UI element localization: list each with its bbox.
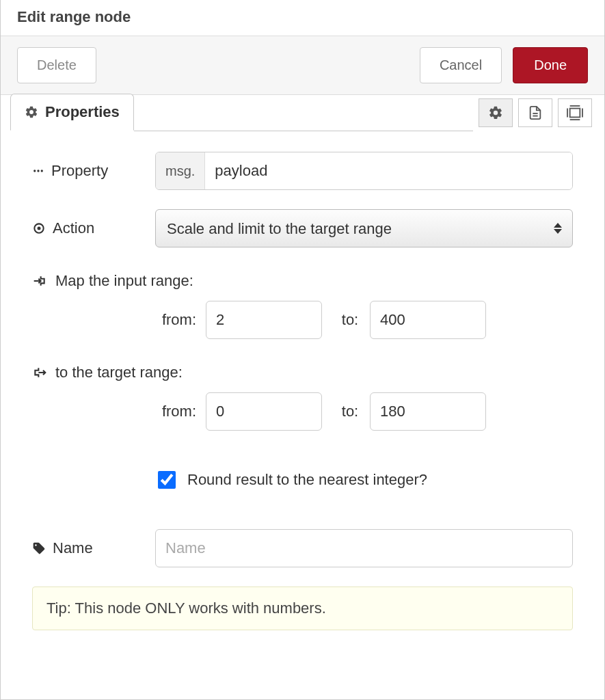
svg-point-11 — [38, 227, 41, 230]
settings-tab-button[interactable] — [479, 98, 513, 127]
input-to-label: to: — [340, 311, 360, 329]
target-range-section: to the target range: — [32, 364, 573, 381]
action-select[interactable]: Scale and limit to the target range — [155, 209, 573, 247]
name-input[interactable] — [155, 529, 573, 567]
input-range-row: from: to: — [155, 301, 573, 339]
target-range-row: from: to: — [155, 392, 573, 431]
input-from-field[interactable] — [206, 301, 322, 339]
panel-title: Edit range node — [17, 8, 588, 26]
property-row: Property msg. — [32, 152, 573, 190]
delete-button[interactable]: Delete — [17, 47, 96, 83]
edit-node-panel: Edit range node Delete Cancel Done Prope… — [0, 0, 605, 700]
name-label-text: Name — [53, 539, 93, 557]
property-input[interactable] — [205, 152, 572, 189]
arrow-in-icon — [32, 274, 47, 288]
round-label[interactable]: Round result to the nearest integer? — [187, 471, 427, 489]
input-to-field[interactable] — [370, 301, 486, 339]
name-row: Name — [32, 529, 573, 567]
svg-rect-2 — [570, 109, 580, 118]
target-to-label: to: — [340, 403, 360, 420]
name-label: Name — [32, 539, 155, 557]
action-label-text: Action — [53, 219, 94, 237]
gear-icon — [488, 105, 503, 120]
property-label-text: Property — [51, 162, 108, 180]
round-row: Round result to the nearest integer? — [155, 469, 573, 491]
property-label: Property — [32, 162, 155, 180]
document-icon — [528, 105, 543, 120]
tab-properties[interactable]: Properties — [10, 94, 134, 131]
input-range-section: Map the input range: — [32, 272, 573, 290]
action-select-wrap: Scale and limit to the target range — [155, 209, 573, 247]
svg-point-9 — [41, 170, 43, 172]
description-tab-button[interactable] — [518, 98, 552, 127]
target-to-field[interactable] — [370, 392, 486, 431]
form-body: Property msg. Action Scale and limit to … — [1, 131, 604, 699]
arrow-out-icon — [32, 366, 47, 379]
round-checkbox[interactable] — [158, 471, 176, 489]
target-icon — [32, 221, 46, 235]
target-range-label: to the target range: — [55, 364, 183, 381]
gear-icon — [25, 105, 38, 119]
tag-icon — [32, 541, 46, 555]
target-from-label: from: — [155, 403, 196, 420]
svg-point-8 — [37, 170, 39, 172]
ellipsis-icon — [32, 165, 44, 177]
property-prefix[interactable]: msg. — [156, 152, 205, 189]
property-typed-input[interactable]: msg. — [155, 152, 573, 190]
action-row: Action Scale and limit to the target ran… — [32, 209, 573, 247]
panel-header: Edit range node — [1, 0, 604, 36]
svg-point-7 — [33, 170, 36, 172]
target-from-field[interactable] — [206, 392, 322, 431]
tip-box: Tip: This node ONLY works with numbers. — [32, 587, 573, 630]
input-from-label: from: — [155, 311, 196, 329]
tab-bar: Properties — [1, 94, 604, 131]
done-button[interactable]: Done — [513, 47, 588, 83]
cancel-button[interactable]: Cancel — [420, 47, 502, 83]
appearance-tab-button[interactable] — [558, 98, 592, 127]
tab-properties-label: Properties — [45, 103, 120, 121]
tab-spacer — [134, 94, 473, 131]
action-bar: Delete Cancel Done — [1, 36, 604, 95]
input-range-label: Map the input range: — [55, 272, 193, 290]
action-label: Action — [32, 219, 155, 237]
appearance-icon — [567, 105, 583, 120]
